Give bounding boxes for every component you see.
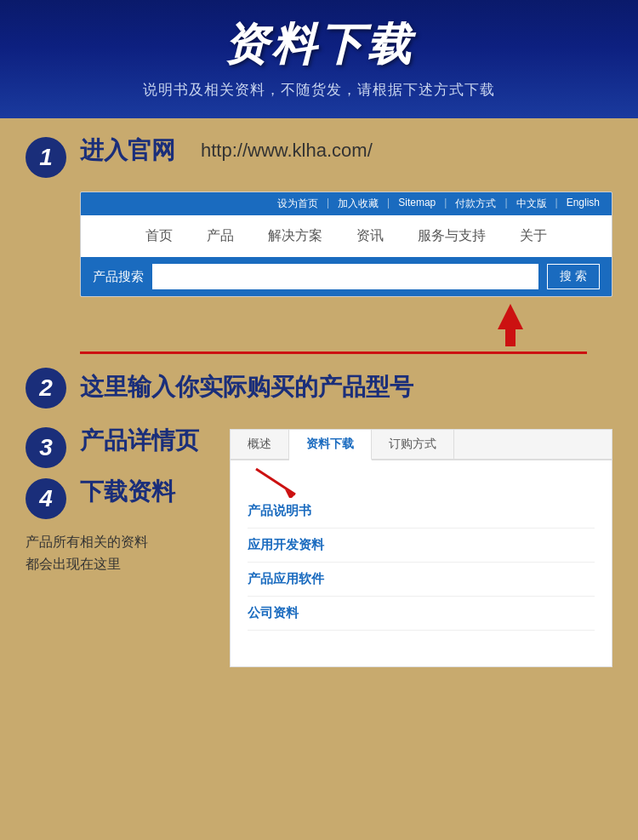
red-arrow-icon (485, 304, 536, 346)
step2-label: 这里输入你实际购买的产品型号 (80, 372, 413, 403)
page-title: 资料下载 (17, 15, 621, 75)
nav-products[interactable]: 产品 (207, 227, 234, 245)
doc-list: 产品说明书 应用开发资料 产品应用软件 公司资料 (231, 486, 612, 639)
step1-label: 进入官网 (80, 135, 175, 166)
red-divider (80, 351, 587, 354)
website-mockup: 设为首页 | 加入收藏 | Sitemap | 付款方式 | 中文版 | Eng… (80, 191, 612, 297)
topbar-link-bookmark[interactable]: 加入收藏 (338, 197, 379, 211)
doc-item-manual[interactable]: 产品说明书 (248, 494, 595, 529)
doc-item-company[interactable]: 公司资料 (248, 597, 595, 631)
search-button[interactable]: 搜 索 (547, 264, 600, 289)
website-search-bar: 产品搜索 搜 索 (81, 257, 612, 296)
search-label: 产品搜索 (93, 269, 144, 285)
arrow-indicator (80, 304, 612, 346)
topbar-link-payment[interactable]: 付款方式 (455, 197, 496, 211)
step4-note: 产品所有相关的资料 都会出现在这里 (26, 531, 230, 574)
step1-badge: 1 (26, 137, 66, 178)
step1-url: http://www.klha.com/ (201, 140, 373, 162)
step2-row: 2 这里输入你实际购买的产品型号 (26, 366, 612, 409)
steps34-wrapper: 3 产品详情页 4 下载资料 产品所有相关的资料 都会出现在这里 概述 资料下载 (26, 426, 612, 667)
main-content: 1 进入官网 http://www.klha.com/ 设为首页 | 加入收藏 … (0, 118, 638, 693)
topbar-link-sitemap[interactable]: Sitemap (398, 197, 436, 211)
tab-download[interactable]: 资料下载 (289, 430, 372, 460)
tab-order[interactable]: 订购方式 (372, 430, 454, 459)
nav-solutions[interactable]: 解决方案 (268, 227, 322, 245)
svg-marker-0 (498, 304, 523, 346)
nav-home[interactable]: 首页 (145, 227, 173, 245)
doc-item-software[interactable]: 产品应用软件 (248, 563, 595, 597)
product-page-mockup: 概述 资料下载 订购方式 产品说明书 应用开发资料 产品应用软件 公司资料 (230, 429, 612, 667)
svg-line-1 (256, 469, 295, 494)
website-nav: 首页 产品 解决方案 资讯 服务与支持 关于 (81, 215, 612, 257)
topbar-link-english[interactable]: English (567, 197, 600, 211)
tab-overview[interactable]: 概述 (231, 430, 289, 459)
nav-news[interactable]: 资讯 (356, 227, 384, 245)
step4-row: 4 下载资料 (26, 477, 230, 519)
website-topbar: 设为首页 | 加入收藏 | Sitemap | 付款方式 | 中文版 | Eng… (81, 192, 612, 215)
step3-label: 产品详情页 (80, 426, 199, 456)
nav-about[interactable]: 关于 (520, 227, 547, 245)
red-arrow-manual-icon (253, 466, 299, 498)
nav-support[interactable]: 服务与支持 (418, 227, 486, 245)
header-section: 资料下载 说明书及相关资料，不随货发，请根据下述方式下载 (0, 0, 638, 118)
step1-row: 1 进入官网 http://www.klha.com/ (26, 135, 612, 178)
topbar-link-chinese[interactable]: 中文版 (516, 197, 547, 211)
search-input[interactable] (152, 264, 538, 289)
topbar-link-home[interactable]: 设为首页 (277, 197, 318, 211)
step2-badge: 2 (26, 368, 66, 409)
step4-label: 下载资料 (80, 477, 175, 507)
steps34-left: 3 产品详情页 4 下载资料 产品所有相关的资料 都会出现在这里 (26, 426, 230, 574)
step4-badge: 4 (26, 478, 66, 519)
doc-item-dev[interactable]: 应用开发资料 (248, 529, 595, 563)
product-tab-bar: 概述 资料下载 订购方式 (231, 430, 612, 460)
step3-row: 3 产品详情页 (26, 426, 230, 468)
step3-badge: 3 (26, 427, 66, 468)
header-subtitle: 说明书及相关资料，不随货发，请根据下述方式下载 (17, 80, 621, 100)
